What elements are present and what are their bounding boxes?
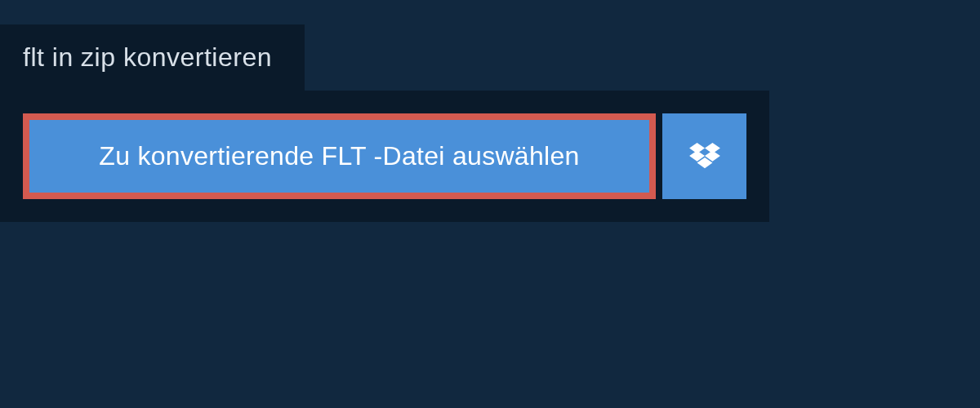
dropbox-button[interactable]: [662, 113, 746, 199]
button-row: Zu konvertierende FLT -Datei auswählen: [23, 113, 746, 199]
content-panel: Zu konvertierende FLT -Datei auswählen: [0, 91, 769, 222]
page-title: flt in zip konvertieren: [23, 42, 272, 73]
dropbox-icon: [689, 143, 720, 171]
select-file-button[interactable]: Zu konvertierende FLT -Datei auswählen: [23, 113, 656, 199]
tab-header: flt in zip konvertieren: [0, 24, 305, 91]
